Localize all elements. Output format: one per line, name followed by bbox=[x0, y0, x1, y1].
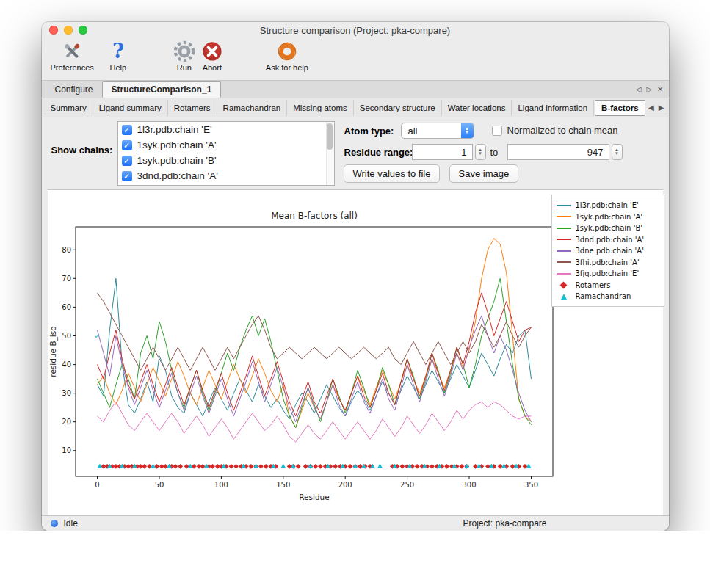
subtab-missing-atoms[interactable]: Missing atoms bbox=[287, 100, 354, 116]
preferences-icon bbox=[61, 40, 83, 62]
residue-to-stepper[interactable]: ▲▼ bbox=[612, 144, 623, 160]
controls-panel: Show chains: ✓1l3r.pdb:chain 'E'✓1syk.pd… bbox=[42, 117, 669, 189]
subtab-nav-left-icon[interactable]: ◀ bbox=[648, 104, 654, 112]
ask-button-label: Ask for help bbox=[266, 63, 308, 72]
chain-list-item[interactable]: ✓1syk.pdb:chain 'A' bbox=[118, 137, 334, 153]
run-button[interactable]: Run bbox=[173, 40, 195, 72]
write-values-button[interactable]: Write values to file bbox=[344, 164, 441, 183]
preferences-button[interactable]: Preferences bbox=[51, 40, 94, 72]
legend-entry: 3fjq.pdb:chain 'E' bbox=[557, 268, 659, 280]
app-window: Structure comparison (Project: pka-compa… bbox=[42, 22, 669, 531]
atom-type-select[interactable]: all ▲▼ bbox=[401, 123, 474, 139]
subtab-water-locations[interactable]: Water locations bbox=[442, 100, 512, 116]
legend-label: 3dne.pdb:chain 'A' bbox=[576, 247, 644, 255]
residue-from-input[interactable]: 1 bbox=[412, 144, 473, 160]
normalized-checkbox[interactable] bbox=[492, 126, 502, 136]
abort-button[interactable]: Abort bbox=[201, 40, 223, 72]
legend-line-swatch bbox=[557, 250, 571, 252]
chain-list-item[interactable]: ✓3dnd.pdb:chain 'A' bbox=[118, 168, 334, 184]
subtab-nav-right-icon[interactable]: ▶ bbox=[659, 104, 664, 112]
abort-icon bbox=[201, 40, 223, 62]
zoom-window-button[interactable] bbox=[79, 26, 87, 35]
bfactor-chart: 0501001502002503003501020304050607080✓Me… bbox=[48, 206, 562, 509]
legend-label: 1l3r.pdb:chain 'E' bbox=[576, 201, 639, 209]
plot-area: 0501001502002503003501020304050607080✓Me… bbox=[48, 189, 663, 515]
svg-text:250: 250 bbox=[400, 481, 414, 489]
legend-label: 3fhi.pdb:chain 'A' bbox=[576, 258, 640, 266]
combo-stepper-icon[interactable]: ▲▼ bbox=[461, 123, 474, 138]
legend-line-swatch bbox=[557, 239, 571, 240]
subtab-rotamers[interactable]: Rotamers bbox=[168, 100, 217, 116]
show-chains-label: Show chains: bbox=[51, 145, 113, 156]
legend-line-swatch bbox=[557, 228, 571, 229]
chain-list-item[interactable]: ✓1syk.pdb:chain 'B' bbox=[118, 153, 334, 168]
legend-label: 1syk.pdb:chain 'A' bbox=[576, 213, 642, 221]
chain-list-scrollbar[interactable] bbox=[326, 122, 334, 185]
tab-structurecomparison-1[interactable]: StructureComparison_1 bbox=[102, 81, 222, 98]
chain-label: 3dnd.pdb:chain 'A' bbox=[137, 170, 218, 181]
legend-label: Rotamers bbox=[576, 281, 611, 289]
svg-text:?: ? bbox=[112, 40, 124, 62]
save-image-button[interactable]: Save image bbox=[449, 164, 519, 183]
legend-entry: Ramachandran bbox=[557, 291, 659, 302]
svg-text:150: 150 bbox=[276, 481, 290, 489]
chain-checkbox[interactable]: ✓ bbox=[122, 140, 132, 150]
svg-text:80: 80 bbox=[62, 246, 71, 254]
chain-list-item[interactable]: ✓1l3r.pdb:chain 'E' bbox=[118, 122, 334, 137]
legend-label: 3fjq.pdb:chain 'E' bbox=[576, 269, 640, 277]
chain-checkbox[interactable]: ✓ bbox=[122, 171, 132, 181]
legend-line-swatch bbox=[557, 216, 571, 217]
legend-entry: 3fhi.pdb:chain 'A' bbox=[557, 257, 659, 269]
subtab-b-factors[interactable]: B-factors bbox=[595, 100, 645, 116]
residue-to-input[interactable]: 947 bbox=[507, 144, 609, 160]
chain-checkbox[interactable]: ✓ bbox=[122, 125, 132, 135]
normalized-checkbox-row[interactable]: Normalized to chain mean bbox=[492, 125, 618, 136]
chain-label: 1syk.pdb:chain 'A' bbox=[137, 139, 217, 150]
svg-text:40: 40 bbox=[62, 360, 71, 369]
legend-entry: Rotamers bbox=[557, 280, 659, 291]
legend-triangle-swatch bbox=[557, 294, 571, 300]
tab-close-icon[interactable]: ✕ bbox=[657, 85, 663, 93]
legend-entry: 3dne.pdb:chain 'A' bbox=[557, 245, 659, 257]
svg-text:✓: ✓ bbox=[94, 332, 100, 340]
tab-configure[interactable]: Configure bbox=[46, 81, 102, 98]
svg-text:350: 350 bbox=[524, 481, 537, 489]
chain-checkbox[interactable]: ✓ bbox=[122, 156, 132, 166]
svg-text:10: 10 bbox=[62, 446, 71, 454]
atom-type-value: all bbox=[408, 126, 418, 137]
chain-label: 1l3r.pdb:chain 'E' bbox=[137, 124, 212, 135]
result-tab-bar: SummaryLigand summaryRotamersRamachandra… bbox=[42, 98, 669, 117]
status-dot-icon bbox=[51, 520, 58, 527]
residue-range-label: Residue range: bbox=[344, 147, 413, 158]
ask-button[interactable]: Ask for help bbox=[266, 40, 308, 72]
help-button-label: Help bbox=[110, 63, 127, 72]
x-axis-label: Residue bbox=[299, 493, 329, 501]
subtab-ligand-information[interactable]: Ligand information bbox=[512, 100, 594, 116]
residue-from-stepper[interactable]: ▲▼ bbox=[475, 144, 486, 160]
legend-line-swatch bbox=[557, 273, 571, 275]
legend-label: 1syk.pdb:chain 'B' bbox=[576, 224, 643, 232]
close-window-button[interactable] bbox=[49, 26, 58, 35]
document-tab-bar: ConfigureStructureComparison_1◁▷✕ bbox=[42, 81, 669, 98]
atom-type-label: Atom type: bbox=[344, 126, 394, 137]
chain-list[interactable]: ✓1l3r.pdb:chain 'E'✓1syk.pdb:chain 'A'✓1… bbox=[117, 121, 335, 186]
legend-line-swatch bbox=[557, 205, 571, 206]
svg-text:50: 50 bbox=[62, 332, 71, 340]
svg-text:60: 60 bbox=[62, 303, 71, 311]
legend-entry: 3dnd.pdb:chain 'A' bbox=[557, 234, 659, 246]
tab-nav-right-icon[interactable]: ▷ bbox=[646, 85, 652, 93]
minimize-window-button[interactable] bbox=[64, 26, 73, 35]
legend-label: Ramachandran bbox=[576, 292, 631, 300]
subtab-ramachandran[interactable]: Ramachandran bbox=[217, 100, 288, 116]
scrollbar-thumb[interactable] bbox=[327, 123, 333, 150]
tab-nav-left-icon[interactable]: ◁ bbox=[636, 85, 642, 93]
subtab-summary[interactable]: Summary bbox=[45, 100, 93, 116]
status-text: Idle bbox=[64, 518, 78, 529]
y-axis-label: residue B_iso bbox=[48, 326, 58, 377]
legend-line-swatch bbox=[557, 261, 571, 263]
run-gear-icon bbox=[173, 40, 195, 62]
subtab-ligand-summary[interactable]: Ligand summary bbox=[93, 100, 168, 116]
preferences-button-label: Preferences bbox=[51, 63, 94, 72]
help-button[interactable]: ?Help bbox=[107, 40, 129, 72]
subtab-secondary-structure[interactable]: Secondary structure bbox=[354, 100, 442, 116]
